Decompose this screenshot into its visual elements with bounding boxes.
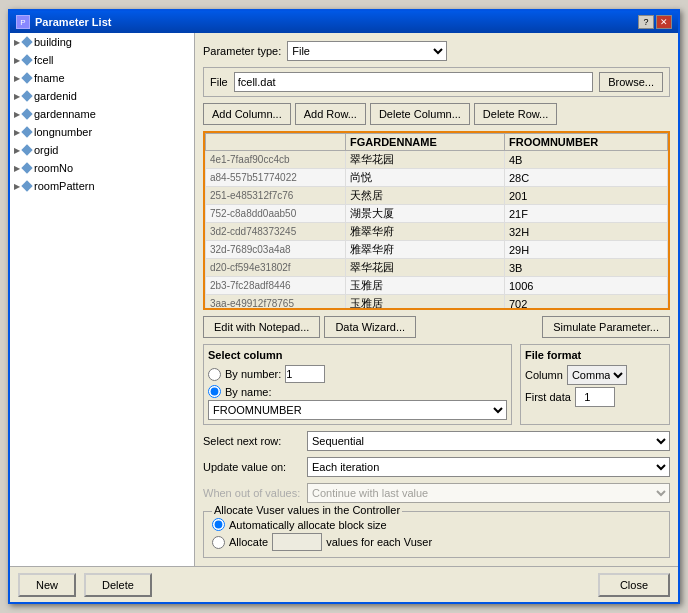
table-row[interactable]: 4e1-7faaf90cc4cb 翠华花园 4B xyxy=(206,151,668,169)
param-icon xyxy=(21,144,32,155)
sidebar-item-orgid[interactable]: ▶ orgid xyxy=(10,141,194,159)
sidebar-item-gardenid[interactable]: ▶ gardenid xyxy=(10,87,194,105)
table-row[interactable]: 2b3-7fc28adf8446 玉雅居 1006 xyxy=(206,277,668,295)
update-value-row: Update value on: Each iteration Each occ… xyxy=(203,457,670,477)
manual-alloc-radio[interactable] xyxy=(212,536,225,549)
cell-id: 4e1-7faaf90cc4cb xyxy=(206,151,346,169)
select-column-title: Select column xyxy=(208,349,507,361)
select-next-row: Select next row: Sequential Random xyxy=(203,431,670,451)
allocate-group: Allocate Vuser values in the Controller … xyxy=(203,511,670,558)
sidebar-item-longnumber[interactable]: ▶ longnumber xyxy=(10,123,194,141)
delete-column-button[interactable]: Delete Column... xyxy=(370,103,470,125)
main-content: ▶ building ▶ fcell ▶ fname ▶ gardenid ▶ xyxy=(10,33,678,566)
auto-alloc-label: Automatically allocate block size xyxy=(229,519,387,531)
cell-froomnumber: 28C xyxy=(504,169,667,187)
sidebar-item-roompattern[interactable]: ▶ roomPattern xyxy=(10,177,194,195)
col-header-froomnumber[interactable]: FROOMNUMBER xyxy=(504,134,667,151)
ff-first-data-label: First data xyxy=(525,391,571,403)
col-header-fgardenname[interactable]: FGARDENNAME xyxy=(346,134,505,151)
by-number-radio[interactable] xyxy=(208,368,221,381)
manual-alloc-input[interactable] xyxy=(272,533,322,551)
table-row[interactable]: 32d-7689c03a4a8 雅翠华府 29H xyxy=(206,241,668,259)
param-type-row: Parameter type: File xyxy=(203,41,670,61)
param-icon xyxy=(21,162,32,173)
sidebar-item-label: gardenid xyxy=(34,90,77,102)
sidebar-item-roomno[interactable]: ▶ roomNo xyxy=(10,159,194,177)
by-name-combo-row: FROOMNUMBER FGARDENNAME xyxy=(208,400,507,420)
when-out-select[interactable]: Continue with last value xyxy=(307,483,670,503)
when-out-row: When out of values: Continue with last v… xyxy=(203,483,670,503)
footer: New Delete Close xyxy=(10,566,678,602)
cell-froomnumber: 1006 xyxy=(504,277,667,295)
cell-id: 3aa-e49912f78765 xyxy=(206,295,346,309)
sidebar-item-gardenname[interactable]: ▶ gardenname xyxy=(10,105,194,123)
update-value-label: Update value on: xyxy=(203,461,303,473)
cell-id: 2b3-7fc28adf8446 xyxy=(206,277,346,295)
cell-fgardenname: 雅翠华府 xyxy=(346,241,505,259)
arrow-icon: ▶ xyxy=(14,74,20,83)
col-header-id xyxy=(206,134,346,151)
cell-id: 3d2-cdd748373245 xyxy=(206,223,346,241)
cell-fgardenname: 翠华花园 xyxy=(346,259,505,277)
data-table: FGARDENNAME FROOMNUMBER 4e1-7faaf90cc4cb… xyxy=(205,133,668,308)
cell-froomnumber: 201 xyxy=(504,187,667,205)
delete-row-button[interactable]: Delete Row... xyxy=(474,103,557,125)
add-column-button[interactable]: Add Column... xyxy=(203,103,291,125)
table-scroll[interactable]: FGARDENNAME FROOMNUMBER 4e1-7faaf90cc4cb… xyxy=(205,133,668,308)
ff-first-data-input[interactable] xyxy=(575,387,615,407)
cell-froomnumber: 4B xyxy=(504,151,667,169)
update-value-select[interactable]: Each iteration Each occurrence xyxy=(307,457,670,477)
arrow-icon: ▶ xyxy=(14,146,20,155)
sidebar-item-fname[interactable]: ▶ fname xyxy=(10,69,194,87)
auto-alloc-radio[interactable] xyxy=(212,518,225,531)
new-button[interactable]: New xyxy=(18,573,76,597)
table-row[interactable]: 3d2-cdd748373245 雅翠华府 32H xyxy=(206,223,668,241)
by-name-radio[interactable] xyxy=(208,385,221,398)
select-column-panel: Select column By number: By name: FROOMN… xyxy=(203,344,512,425)
table-row[interactable]: 3aa-e49912f78765 玉雅居 702 xyxy=(206,295,668,309)
cell-fgardenname: 雅翠华府 xyxy=(346,223,505,241)
sidebar: ▶ building ▶ fcell ▶ fname ▶ gardenid ▶ xyxy=(10,33,195,566)
file-input[interactable] xyxy=(234,72,593,92)
file-label: File xyxy=(210,76,228,88)
two-col-section: Select column By number: By name: FROOMN… xyxy=(203,344,670,425)
title-bar: P Parameter List ? ✕ xyxy=(10,11,678,33)
window-close-button[interactable]: ✕ xyxy=(656,15,672,29)
manual-alloc-suffix: values for each Vuser xyxy=(326,536,432,548)
cell-fgardenname: 翠华花园 xyxy=(346,151,505,169)
table-row[interactable]: a84-557b51774022 尚悦 28C xyxy=(206,169,668,187)
table-row[interactable]: 752-c8a8dd0aab50 湖景大厦 21F xyxy=(206,205,668,223)
parameter-list-window: P Parameter List ? ✕ ▶ building ▶ fcell … xyxy=(8,9,680,604)
edit-notepad-button[interactable]: Edit with Notepad... xyxy=(203,316,320,338)
help-button[interactable]: ? xyxy=(638,15,654,29)
add-row-button[interactable]: Add Row... xyxy=(295,103,366,125)
cell-fgardenname: 天然居 xyxy=(346,187,505,205)
arrow-icon: ▶ xyxy=(14,128,20,137)
select-next-select[interactable]: Sequential Random xyxy=(307,431,670,451)
browse-button[interactable]: Browse... xyxy=(599,72,663,92)
sidebar-item-label: roomPattern xyxy=(34,180,95,192)
by-name-select[interactable]: FROOMNUMBER FGARDENNAME xyxy=(208,400,507,420)
param-icon xyxy=(21,90,32,101)
ff-column-select[interactable]: Comma Tab Space xyxy=(567,365,627,385)
data-wizard-button[interactable]: Data Wizard... xyxy=(324,316,416,338)
arrow-icon: ▶ xyxy=(14,92,20,101)
close-button[interactable]: Close xyxy=(598,573,670,597)
sidebar-item-fcell[interactable]: ▶ fcell xyxy=(10,51,194,69)
sidebar-item-label: longnumber xyxy=(34,126,92,138)
param-type-select[interactable]: File xyxy=(287,41,447,61)
by-number-input[interactable] xyxy=(285,365,325,383)
table-row[interactable]: 251-e485312f7c76 天然居 201 xyxy=(206,187,668,205)
by-name-row: By name: xyxy=(208,385,507,398)
delete-button[interactable]: Delete xyxy=(84,573,152,597)
manual-alloc-label: Allocate xyxy=(229,536,268,548)
sidebar-item-label: building xyxy=(34,36,72,48)
param-icon xyxy=(21,180,32,191)
sidebar-item-building[interactable]: ▶ building xyxy=(10,33,194,51)
sidebar-item-label: fname xyxy=(34,72,65,84)
param-type-label: Parameter type: xyxy=(203,45,281,57)
table-row[interactable]: d20-cf594e31802f 翠华花园 3B xyxy=(206,259,668,277)
simulate-parameter-button[interactable]: Simulate Parameter... xyxy=(542,316,670,338)
sidebar-item-label: fcell xyxy=(34,54,54,66)
select-next-label: Select next row: xyxy=(203,435,303,447)
